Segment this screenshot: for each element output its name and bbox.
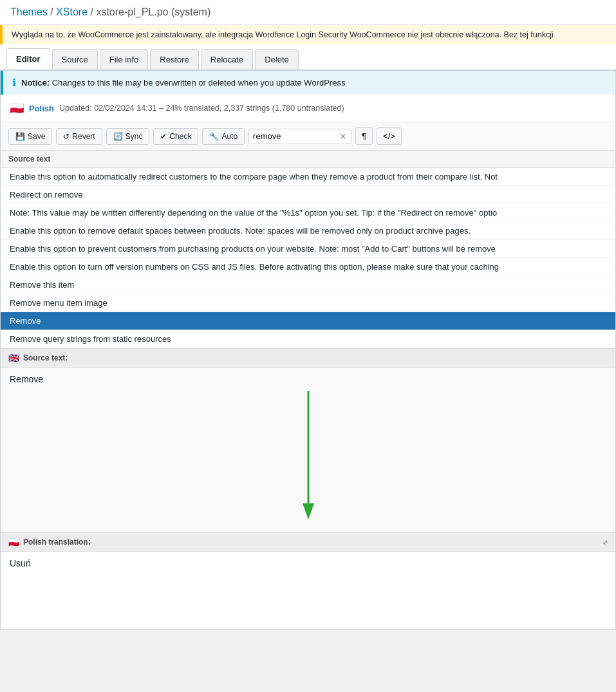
tabs-bar: Editor Source File info Restore Relocate… — [0, 44, 616, 70]
revert-button[interactable]: ↺ Revert — [56, 128, 102, 145]
source-panel-body: Remove — [1, 368, 615, 532]
source-text-header: Source text — [1, 151, 615, 168]
notice-bar-text: Wygląda na to, że WooCommerce jest zains… — [12, 30, 554, 39]
revert-icon: ↺ — [63, 132, 70, 141]
svg-marker-1 — [303, 503, 314, 519]
tab-editor[interactable]: Editor — [6, 48, 50, 70]
language-bar: 🇵🇱 Polish Updated: 02/02/2024 14:31 – 24… — [1, 95, 615, 122]
down-arrow-icon — [301, 391, 316, 519]
result-item[interactable]: Note: This value may be written differen… — [1, 204, 615, 222]
result-item[interactable]: Remove menu item image — [1, 294, 615, 312]
lang-meta: Updated: 02/02/2024 14:31 – 24% translat… — [59, 104, 344, 113]
tab-file-info[interactable]: File info — [100, 49, 149, 70]
main-content: ℹ Notice: Changes to this file may be ov… — [0, 70, 616, 630]
expand-icon[interactable]: ⤢ — [602, 539, 608, 546]
save-button[interactable]: 💾 Save — [8, 128, 52, 145]
search-input[interactable] — [253, 131, 337, 141]
translation-text: Usuń — [10, 558, 606, 568]
result-item[interactable]: Remove query strings from static resourc… — [1, 330, 615, 348]
breadcrumb-file: xstore-pl_PL.po (system) — [96, 6, 210, 17]
breadcrumb-xstore-link[interactable]: XStore — [56, 6, 88, 17]
source-text-content: Remove — [10, 374, 606, 384]
save-icon: 💾 — [15, 132, 25, 141]
translation-panel-title: Polish translation: — [23, 538, 91, 547]
paragraph-icon: ¶ — [362, 131, 366, 141]
translation-panel: 🇵🇱 Polish translation: ⤢ Usuń — [1, 533, 615, 629]
code-button[interactable]: </> — [377, 127, 402, 145]
toolbar: 💾 Save ↺ Revert 🔄 Sync ✔ Check 🔧 Auto ✕ … — [1, 122, 615, 151]
source-text-panel: 🇬🇧 Source text: Remove — [1, 349, 615, 533]
source-panel-header: 🇬🇧 Source text: — [1, 349, 615, 368]
results-list: Enable this option to automatically redi… — [1, 168, 615, 349]
source-panel-title: Source text: — [23, 353, 68, 362]
translation-body: Usuń — [1, 552, 615, 629]
result-item[interactable]: Enable this option to remove default spa… — [1, 222, 615, 240]
notice-text: Changes to this file may be overwritten … — [50, 78, 345, 88]
notice-bold: Notice: — [21, 78, 50, 88]
info-icon: ℹ — [12, 77, 16, 89]
result-item[interactable]: Remove — [1, 312, 615, 330]
search-clear-icon[interactable]: ✕ — [339, 131, 347, 142]
check-icon: ✔ — [160, 132, 167, 141]
code-icon: </> — [383, 131, 395, 141]
sync-button[interactable]: 🔄 Sync — [106, 128, 150, 145]
info-notice: ℹ Notice: Changes to this file may be ov… — [1, 71, 615, 95]
check-button[interactable]: ✔ Check — [153, 128, 198, 145]
translation-panel-header: 🇵🇱 Polish translation: ⤢ — [1, 533, 615, 552]
paragraph-button[interactable]: ¶ — [355, 127, 373, 145]
search-box: ✕ — [248, 129, 351, 144]
result-item[interactable]: Enable this option to automatically redi… — [1, 168, 615, 186]
result-item[interactable]: Enable this option to turn off version n… — [1, 258, 615, 276]
translation-flag: 🇵🇱 — [8, 537, 19, 547]
breadcrumb: Themes / XStore / xstore-pl_PL.po (syste… — [0, 0, 616, 25]
sync-icon: 🔄 — [113, 132, 123, 141]
auto-icon: 🔧 — [209, 132, 219, 141]
result-item[interactable]: Remove this item — [1, 276, 615, 294]
tab-source[interactable]: Source — [52, 49, 98, 70]
result-item[interactable]: Enable this option to prevent customers … — [1, 240, 615, 258]
lang-flag: 🇵🇱 — [10, 101, 24, 115]
tab-relocate[interactable]: Relocate — [201, 49, 253, 70]
lang-name: Polish — [29, 104, 54, 113]
tab-delete[interactable]: Delete — [255, 49, 299, 70]
source-flag: 🇬🇧 — [8, 353, 19, 363]
arrow-container — [10, 384, 606, 526]
notice-bar: Wygląda na to, że WooCommerce jest zains… — [0, 25, 616, 44]
auto-button[interactable]: 🔧 Auto — [202, 128, 245, 145]
breadcrumb-themes-link[interactable]: Themes — [10, 6, 48, 17]
result-item[interactable]: Redirect on remove — [1, 186, 615, 204]
tab-restore[interactable]: Restore — [150, 49, 199, 70]
